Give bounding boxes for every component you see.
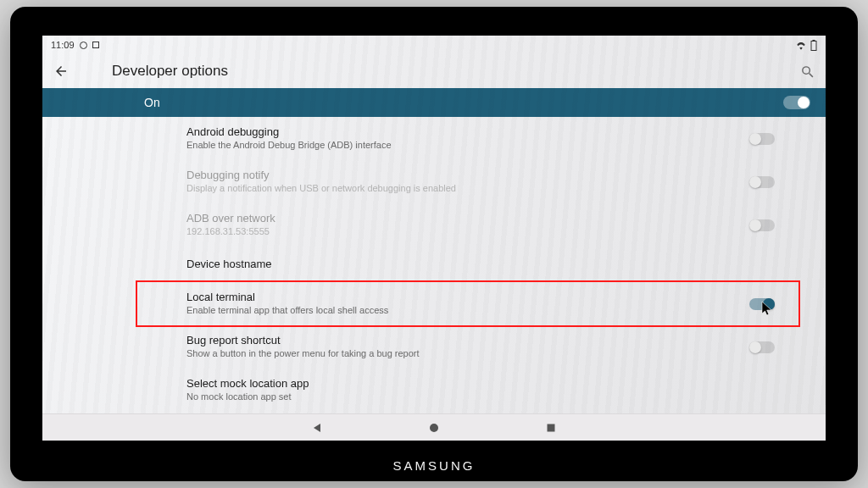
nav-recents-icon <box>545 422 557 434</box>
row-adb-over-network: ADB over network 192.168.31.53:5555 <box>186 203 775 247</box>
row-device-hostname[interactable]: Device hostname <box>186 247 775 282</box>
app-bar: Developer options <box>42 54 826 88</box>
row-subtitle: Show a button in the power menu for taki… <box>186 348 732 360</box>
nav-home-icon <box>428 422 440 434</box>
search-button[interactable] <box>798 64 815 79</box>
row-title: Device hostname <box>186 258 758 271</box>
master-label: On <box>144 96 160 109</box>
row-title: Select mock location app <box>186 377 758 391</box>
status-icon <box>92 42 99 48</box>
row-debugging-notify: Debugging notify Display a notification … <box>186 160 775 203</box>
switch-local-terminal[interactable] <box>749 298 775 310</box>
nav-back-icon <box>311 422 323 434</box>
svg-rect-5 <box>548 424 555 431</box>
android-screen: 11:09 Developer options On <box>42 36 826 441</box>
clock-icon <box>80 42 87 49</box>
row-title: Debugging notify <box>186 169 732 182</box>
row-subtitle: Display a notification when USB or netwo… <box>186 183 732 195</box>
battery-icon <box>810 40 817 51</box>
status-time: 11:09 <box>51 40 75 50</box>
switch-bug-report-shortcut[interactable] <box>749 341 775 353</box>
settings-list: Android debugging Enable the Android Deb… <box>42 117 826 412</box>
row-local-terminal[interactable]: Local terminal Enable terminal app that … <box>186 282 775 325</box>
row-subtitle: 192.168.31.53:5555 <box>186 226 732 238</box>
svg-rect-1 <box>813 40 815 42</box>
master-switch[interactable] <box>783 96 810 109</box>
nav-recents-button[interactable] <box>543 420 559 435</box>
row-title: ADB over network <box>186 212 732 225</box>
svg-point-4 <box>430 424 438 432</box>
switch-adb-over-network <box>749 219 775 231</box>
row-subtitle: Enable the Android Debug Bridge (ADB) in… <box>186 140 732 152</box>
row-subtitle: No mock location app set <box>186 391 758 403</box>
row-bug-report-shortcut[interactable]: Bug report shortcut Show a button in the… <box>186 325 775 369</box>
nav-back-button[interactable] <box>309 420 325 435</box>
row-title: Bug report shortcut <box>186 334 732 347</box>
navigation-bar <box>42 413 826 441</box>
back-arrow-icon <box>53 64 69 79</box>
monitor-brand: SAMSUNG <box>393 458 476 473</box>
page-title: Developer options <box>112 63 228 80</box>
search-icon <box>800 64 815 79</box>
svg-line-3 <box>809 73 812 76</box>
back-button[interactable] <box>53 64 70 79</box>
row-select-mock-location[interactable]: Select mock location app No mock locatio… <box>186 369 775 412</box>
row-subtitle: Enable terminal app that offers local sh… <box>186 305 732 317</box>
switch-android-debugging[interactable] <box>749 133 775 145</box>
row-android-debugging[interactable]: Android debugging Enable the Android Deb… <box>186 117 775 160</box>
master-toggle-bar[interactable]: On <box>42 88 826 117</box>
switch-debugging-notify <box>749 176 775 188</box>
wifi-icon <box>795 40 807 50</box>
nav-home-button[interactable] <box>426 420 442 435</box>
svg-rect-0 <box>811 41 816 50</box>
svg-point-2 <box>802 66 810 74</box>
status-bar: 11:09 <box>42 36 826 54</box>
row-title: Android debugging <box>186 125 732 139</box>
monitor-bezel: SAMSUNG 11:09 Developer options <box>10 7 858 481</box>
row-title: Local terminal <box>186 291 732 304</box>
